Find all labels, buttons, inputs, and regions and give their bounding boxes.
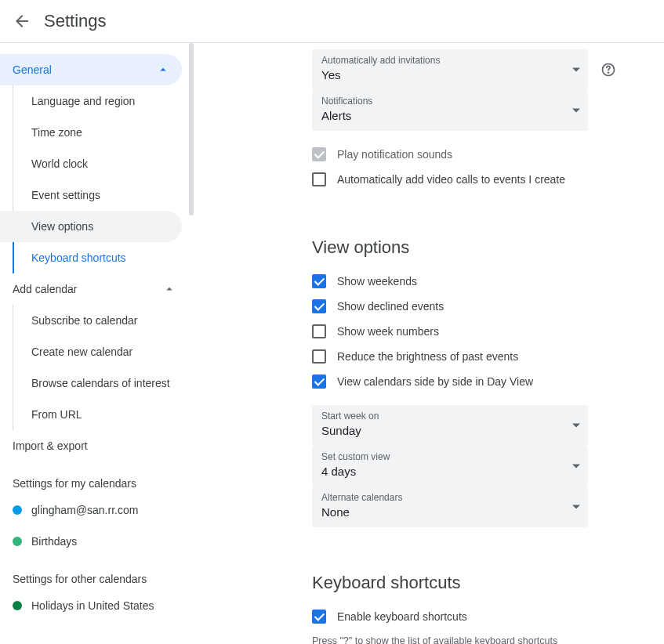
checkbox-label: Reduce the brightness of past events: [337, 350, 518, 363]
nav-item-label: Import & export: [13, 440, 88, 452]
keyboard-shortcuts-hint: Press "?" to show the list of available …: [312, 635, 664, 644]
nav-sub-general: Language and region Time zone World cloc…: [0, 85, 188, 273]
select-notifications[interactable]: Notifications Alerts: [312, 90, 588, 131]
header: Settings: [0, 0, 664, 43]
nav-item-keyboard-shortcuts[interactable]: Keyboard shortcuts: [0, 242, 182, 273]
sidebar: General Language and region Time zone Wo…: [0, 43, 194, 644]
calendar-item-label: glingham@san.rr.com: [31, 504, 138, 516]
select-label: Set custom view: [321, 450, 579, 463]
select-alternate-calendars[interactable]: Alternate calendars None: [312, 487, 588, 527]
calendar-item-label: Holidays in United States: [31, 599, 154, 612]
nav-item-label: Language and region: [31, 95, 135, 107]
checkbox-reduce-brightness[interactable]: [312, 349, 326, 364]
checkbox-label: Enable keyboard shortcuts: [337, 610, 467, 623]
nav-item-event-settings[interactable]: Event settings: [0, 179, 182, 211]
checkbox-row-reduce-brightness: Reduce the brightness of past events: [312, 344, 664, 369]
select-label: Alternate calendars: [321, 491, 579, 504]
nav-group-label: General: [13, 63, 52, 76]
nav-item-create-new-calendar[interactable]: Create new calendar: [0, 336, 182, 367]
nav-item-label: Create new calendar: [31, 346, 132, 358]
checkbox-enable-keyboard-shortcuts[interactable]: [312, 610, 326, 624]
nav-item-view-options[interactable]: View options: [0, 211, 182, 242]
main-content: Automatically add invitations Yes Notifi…: [194, 43, 664, 644]
select-label: Start week on: [321, 410, 579, 422]
calendar-item-primary[interactable]: glingham@san.rr.com: [0, 494, 188, 526]
checkbox-label: Automatically add video calls to events …: [337, 173, 565, 186]
calendar-item-birthdays[interactable]: Birthdays: [0, 526, 188, 557]
checkbox-show-declined-events[interactable]: [312, 299, 326, 313]
back-arrow-icon[interactable]: [13, 12, 31, 31]
sidebar-section-other-calendars: Settings for other calendars: [0, 557, 188, 590]
dropdown-arrow-icon: [572, 424, 580, 428]
checkbox-label: Show week numbers: [337, 325, 439, 338]
svg-point-1: [608, 72, 609, 73]
nav-item-subscribe-to-calendar[interactable]: Subscribe to calendar: [0, 305, 182, 336]
select-value: Sunday: [321, 422, 579, 440]
nav-item-label: Time zone: [31, 126, 82, 139]
nav-item-label: Subscribe to calendar: [31, 314, 137, 327]
checkbox-show-week-numbers[interactable]: [312, 324, 326, 338]
nav-item-label: Keyboard shortcuts: [31, 251, 126, 264]
checkbox-row-play-sounds: Play notification sounds: [312, 142, 664, 167]
select-value: Alerts: [321, 107, 579, 125]
nav-item-label: World clock: [31, 157, 88, 170]
nav-item-label: View options: [31, 220, 93, 233]
checkbox-side-by-side-day-view[interactable]: [312, 374, 326, 389]
select-value: 4 days: [321, 463, 579, 480]
checkbox-play-notification-sounds[interactable]: [312, 147, 326, 161]
select-value: Yes: [321, 67, 579, 84]
select-label: Automatically add invitations: [321, 54, 579, 67]
checkbox-auto-add-video-calls[interactable]: [312, 172, 326, 186]
nav-item-label: From URL: [31, 408, 82, 421]
select-start-week-on[interactable]: Start week on Sunday: [312, 405, 588, 446]
nav-item-browse-calendars-of-interest[interactable]: Browse calendars of interest: [0, 367, 182, 399]
nav-group-label: Add calendar: [13, 283, 78, 295]
checkbox-label: Show declined events: [337, 300, 444, 313]
nav-item-import-export[interactable]: Import & export: [0, 430, 188, 461]
sidebar-scrollbar[interactable]: [188, 43, 194, 644]
checkbox-row-auto-video: Automatically add video calls to events …: [312, 167, 664, 192]
nav-item-from-url[interactable]: From URL: [0, 399, 182, 430]
nav-item-world-clock[interactable]: World clock: [0, 148, 182, 179]
select-label: Notifications: [321, 95, 579, 107]
dropdown-arrow-icon: [572, 505, 580, 509]
checkbox-row-show-declined: Show declined events: [312, 294, 664, 319]
nav-item-label: Event settings: [31, 189, 100, 201]
chevron-up-icon: [161, 281, 177, 297]
checkbox-row-show-week-numbers: Show week numbers: [312, 319, 664, 344]
checkbox-show-weekends[interactable]: [312, 274, 326, 288]
nav-sub-add-calendar: Subscribe to calendar Create new calenda…: [0, 305, 188, 430]
nav-group-add-calendar[interactable]: Add calendar: [0, 273, 188, 305]
calendar-item-holidays[interactable]: Holidays in United States: [0, 590, 188, 621]
select-auto-add-invitations[interactable]: Automatically add invitations Yes: [312, 49, 588, 90]
checkbox-row-show-weekends: Show weekends: [312, 269, 664, 294]
sidebar-section-my-calendars: Settings for my calendars: [0, 461, 188, 494]
section-heading-keyboard-shortcuts: Keyboard shortcuts: [312, 573, 664, 593]
checkbox-label: Show weekends: [337, 275, 417, 288]
nav-group-general[interactable]: General: [0, 54, 182, 85]
chevron-up-icon: [155, 62, 171, 78]
select-set-custom-view[interactable]: Set custom view 4 days: [312, 446, 588, 487]
checkbox-row-side-by-side: View calendars side by side in Day View: [312, 369, 664, 394]
calendar-color-dot: [13, 601, 22, 610]
help-icon[interactable]: [599, 60, 618, 79]
dropdown-arrow-icon: [572, 109, 580, 113]
scrollbar-thumb[interactable]: [189, 43, 194, 215]
calendar-color-dot: [13, 505, 22, 515]
checkbox-row-enable-keyboard-shortcuts: Enable keyboard shortcuts: [312, 604, 664, 629]
calendar-color-dot: [13, 537, 22, 546]
nav-item-label: Browse calendars of interest: [31, 377, 170, 389]
dropdown-arrow-icon: [572, 465, 580, 469]
select-value: None: [321, 504, 579, 521]
nav-item-language-and-region[interactable]: Language and region: [0, 85, 182, 117]
checkbox-label: Play notification sounds: [337, 148, 452, 161]
nav-item-time-zone[interactable]: Time zone: [0, 117, 182, 148]
dropdown-arrow-icon: [572, 68, 580, 72]
section-heading-view-options: View options: [312, 237, 664, 258]
calendar-item-label: Birthdays: [31, 535, 77, 548]
checkbox-label: View calendars side by side in Day View: [337, 375, 533, 388]
page-title: Settings: [44, 11, 107, 31]
